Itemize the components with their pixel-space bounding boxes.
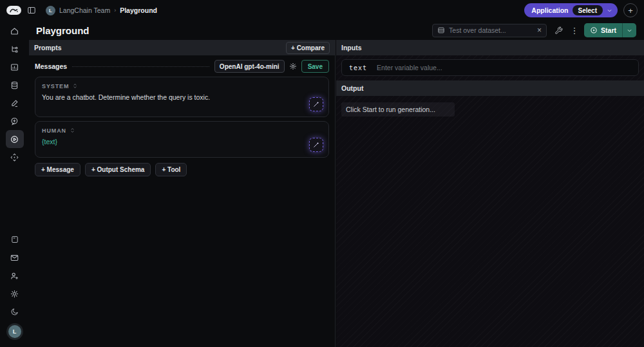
wrench-icon[interactable] bbox=[552, 24, 565, 37]
start-options-chevron-icon[interactable] bbox=[623, 23, 636, 37]
playground-icon bbox=[10, 135, 19, 144]
output-header-label: Output bbox=[341, 84, 363, 92]
clear-dataset-icon[interactable]: × bbox=[537, 26, 542, 34]
sidebar-item-invite-user[interactable] bbox=[6, 267, 24, 285]
dataset-icon bbox=[437, 26, 445, 34]
variable-name: text bbox=[349, 64, 367, 71]
app-window: L LangChain Team › Playground Applicatio… bbox=[0, 0, 644, 347]
sidebar-item-datasets[interactable] bbox=[6, 76, 24, 94]
message-card-human[interactable]: HUMAN {text} bbox=[35, 121, 329, 158]
message-card-system[interactable]: SYSTEM You are a chatbot. Determine whet… bbox=[35, 77, 329, 117]
sidebar-item-dark-mode[interactable] bbox=[6, 303, 24, 321]
breadcrumb: L LangChain Team › Playground bbox=[46, 6, 157, 15]
bar-chart-icon bbox=[10, 62, 19, 72]
langsmith-logo-icon[interactable] bbox=[6, 6, 21, 15]
team-avatar[interactable]: L bbox=[46, 6, 55, 15]
sidebar-item-mail[interactable] bbox=[6, 249, 24, 267]
inputs-section: text bbox=[336, 55, 644, 80]
message-content-variable[interactable]: {text} bbox=[42, 138, 322, 145]
messages-toolbar: Messages OpenAI gpt-4o-mini Save bbox=[35, 60, 329, 73]
role-label[interactable]: SYSTEM bbox=[42, 83, 69, 89]
start-button-main[interactable]: Start bbox=[584, 23, 622, 37]
page-header: Playground × ⋮ Star bbox=[29, 21, 644, 40]
chevron-down-icon bbox=[607, 8, 612, 14]
breadcrumb-current[interactable]: Playground bbox=[120, 6, 157, 14]
improve-prompt-wand-icon[interactable] bbox=[309, 97, 323, 111]
user-avatar[interactable]: L bbox=[8, 325, 21, 338]
inputs-panel-header: Inputs bbox=[336, 40, 644, 55]
application-select-button[interactable]: Application Select bbox=[524, 3, 618, 17]
prompts-panel-header: Prompts + Compare bbox=[29, 40, 335, 55]
role-row: HUMAN bbox=[42, 127, 322, 134]
inputs-header-label: Inputs bbox=[341, 44, 362, 52]
message-content[interactable]: You are a chatbot. Determine whether the… bbox=[42, 93, 322, 101]
page-title: Playground bbox=[36, 25, 90, 36]
sidebar-item-tracing-projects[interactable] bbox=[6, 40, 24, 58]
dotted-divider bbox=[72, 66, 209, 67]
compare-button[interactable]: + Compare bbox=[286, 42, 330, 54]
start-button[interactable]: Start bbox=[584, 23, 636, 37]
output-panel-header: Output bbox=[336, 80, 644, 96]
dataset-search-input[interactable] bbox=[449, 26, 533, 34]
prompts-panel: Prompts + Compare Messages OpenAI gpt-4o… bbox=[29, 40, 336, 347]
moon-icon bbox=[10, 307, 19, 316]
sidebar-item-settings[interactable] bbox=[6, 285, 24, 303]
add-message-button[interactable]: + Message bbox=[35, 163, 80, 176]
tracing-icon bbox=[10, 44, 19, 54]
variable-input-row[interactable]: text bbox=[341, 59, 639, 76]
sidebar-item-docs[interactable] bbox=[6, 230, 24, 249]
variable-value-input[interactable] bbox=[377, 64, 631, 71]
messages-label: Messages bbox=[35, 62, 67, 70]
test-over-dataset-input[interactable]: × bbox=[432, 24, 547, 37]
home-icon bbox=[10, 26, 19, 36]
add-workspace-button[interactable]: + bbox=[623, 3, 638, 17]
pencil-icon bbox=[10, 98, 19, 108]
mail-icon bbox=[10, 253, 19, 263]
sidebar-item-monitoring[interactable] bbox=[6, 58, 24, 76]
model-settings-gear-icon[interactable] bbox=[287, 60, 299, 73]
improve-prompt-wand-icon[interactable] bbox=[309, 138, 323, 152]
sidebar-item-deployments[interactable] bbox=[6, 148, 24, 166]
application-label: Application bbox=[531, 6, 568, 14]
gear-icon bbox=[10, 289, 19, 299]
role-chevron-updown-icon[interactable] bbox=[72, 82, 78, 89]
move-arrows-icon bbox=[10, 153, 19, 162]
breadcrumb-team[interactable]: LangChain Team bbox=[59, 6, 110, 14]
top-bar: L LangChain Team › Playground Applicatio… bbox=[0, 0, 644, 21]
prompts-header-label: Prompts bbox=[34, 44, 62, 52]
start-button-label: Start bbox=[601, 26, 616, 34]
play-circle-icon bbox=[590, 26, 598, 34]
chat-plus-icon bbox=[10, 117, 19, 126]
add-tool-button[interactable]: + Tool bbox=[155, 163, 187, 176]
model-selector-button[interactable]: OpenAI gpt-4o-mini bbox=[214, 60, 285, 73]
sidebar-item-playground[interactable] bbox=[6, 130, 24, 148]
save-button[interactable]: Save bbox=[301, 60, 329, 73]
database-icon bbox=[10, 80, 19, 90]
add-output-schema-button[interactable]: + Output Schema bbox=[85, 163, 151, 176]
output-placeholder-row: Click Start to run generation... bbox=[341, 102, 455, 117]
application-select-value[interactable]: Select bbox=[573, 5, 603, 15]
breadcrumb-separator: › bbox=[114, 7, 116, 14]
role-label[interactable]: HUMAN bbox=[42, 127, 66, 134]
user-plus-icon bbox=[10, 271, 19, 281]
document-icon bbox=[10, 235, 19, 244]
sidebar-toggle-icon[interactable] bbox=[27, 6, 36, 15]
io-panel: Inputs text Output Click Start to run ge… bbox=[336, 40, 644, 347]
sidebar-item-prompts[interactable] bbox=[6, 112, 24, 130]
sidebar-item-annotation-queues[interactable] bbox=[6, 94, 24, 112]
add-buttons-row: + Message + Output Schema + Tool bbox=[35, 163, 329, 176]
output-section: Click Start to run generation... bbox=[336, 96, 644, 347]
output-placeholder-text: Click Start to run generation... bbox=[346, 106, 435, 113]
sidebar-item-home[interactable] bbox=[6, 22, 24, 40]
role-chevron-updown-icon[interactable] bbox=[70, 127, 75, 134]
role-row: SYSTEM bbox=[42, 82, 322, 89]
more-options-icon[interactable]: ⋮ bbox=[570, 26, 579, 35]
prompts-panel-body: Messages OpenAI gpt-4o-mini Save SYSTEM … bbox=[29, 55, 335, 176]
sidebar: L bbox=[0, 21, 29, 347]
